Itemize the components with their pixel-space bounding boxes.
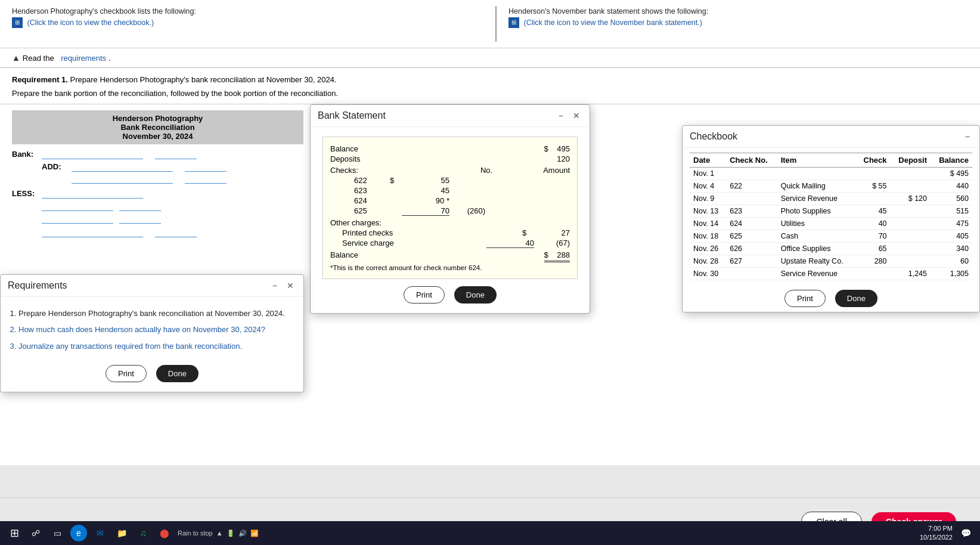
add-amount-2[interactable] [185,174,227,184]
add-label: ADD: [42,162,72,171]
cell-balance: 405 [931,230,972,243]
requirements-minimize-button[interactable]: − [270,280,280,292]
cell-check: 45 [856,205,891,218]
add-input-2[interactable] [72,174,173,184]
less-amount-2[interactable] [119,201,161,211]
cell-item: Quick Mailing [777,180,856,193]
bs-footnote: *This is the correct amount for check nu… [330,264,570,271]
cell-item: Service Revenue [777,193,856,205]
cell-deposit: 1,245 [891,268,931,280]
cell-balance: 560 [931,193,972,205]
cell-deposit [891,255,931,268]
checkbook-modal: Checkbook − Date Check No. Item Check De… [682,125,980,312]
bs-service-total: (67) [534,239,570,248]
bank-recon-date: November 30, 2024 [15,132,300,141]
taskbar-time-value: 7:00 PM [920,524,953,533]
checkbook-row: Nov. 26 626 Office Supplies 65 340 [690,243,972,255]
taskbar-taskview-icon[interactable]: ▭ [49,525,66,541]
right-bank-text: Henderson's November bank statement show… [508,7,708,16]
taskbar-clock: 7:00 PM 10/15/2022 [920,524,953,543]
checkbook-done-button[interactable]: Done [835,290,877,307]
taskbar-battery-icon: 🔋 [227,529,235,537]
cell-check: 65 [856,243,891,255]
taskbar-explorer-icon[interactable]: 📁 [113,525,130,541]
bank-statement-icon[interactable]: ⊞ [508,17,519,28]
cell-checkno: 623 [726,205,777,218]
cell-deposit [891,205,931,218]
cell-item: Upstate Realty Co. [777,255,856,268]
cell-balance: $ 495 [931,168,972,180]
col-date: Date [690,153,726,168]
cell-check: 40 [856,218,891,230]
bs-check-623-amt: 45 [402,186,449,195]
checkbook-print-button[interactable]: Print [784,290,826,307]
bank-recon-title: Henderson Photography [15,114,300,123]
requirements-link[interactable]: requirements [61,54,106,63]
less-total-input[interactable] [42,227,143,237]
req-item-1: Prepare Henderson Photography's bank rec… [18,306,291,320]
bs-balance-value: $ 495 [544,144,570,153]
add-input-1[interactable] [72,162,173,172]
bank-statement-close-button[interactable]: ✕ [570,110,582,122]
checkbook-minimize-button[interactable]: − [963,131,972,143]
cell-checkno [726,193,777,205]
bs-end-balance-label: Balance [330,250,358,259]
less-input-2[interactable] [42,201,113,211]
bs-check-622-no: 622 [354,176,390,185]
bs-service-label: Service charge [342,239,486,248]
cell-balance: 475 [931,218,972,230]
less-amount-3[interactable] [119,213,161,224]
bs-balance-label: Balance [330,144,358,153]
checkbook-icon[interactable]: ⊞ [12,17,23,28]
requirements-done-button[interactable]: Done [156,365,199,382]
less-total-amount[interactable] [155,227,197,237]
bs-end-balance-value: $ 288 [544,250,570,259]
checkbook-modal-title: Checkbook [690,131,737,142]
cell-deposit [891,168,931,180]
requirements-titlebar: Requirements − ✕ [1,275,303,297]
bank-statement-minimize-button[interactable]: − [556,110,566,122]
checkbook-row: Nov. 30 Service Revenue 1,245 1,305 [690,268,972,280]
less-input-1[interactable] [42,188,143,199]
bs-service-amt: 40 [486,239,534,248]
taskbar-date-value: 10/15/2022 [920,533,953,542]
bs-check-623-no: 623 [354,186,390,195]
bank-statement-print-button[interactable]: Print [404,286,445,304]
bs-col-amount: Amount [510,166,570,175]
requirements-close-button[interactable]: ✕ [284,280,296,292]
cell-balance: 60 [931,255,972,268]
less-input-3[interactable] [42,213,113,224]
cell-balance: 515 [931,205,972,218]
taskbar-chrome-icon[interactable]: ⬤ [156,525,173,541]
bank-statement-done-button[interactable]: Done [454,286,497,304]
bank-statement-footer: Print Done [322,286,578,304]
bank-amount-1[interactable] [155,149,197,159]
bank-input-1[interactable] [42,149,143,159]
taskbar-mail-icon[interactable]: ✉ [92,525,108,541]
taskbar-volume-icon: 🔊 [238,529,247,537]
taskbar-windows-icon[interactable]: ⊞ [6,525,23,541]
cell-balance: 340 [931,243,972,255]
bank-recon-header: Henderson Photography Bank Reconciliatio… [12,110,303,144]
taskbar-search-icon[interactable]: ☍ [27,525,44,541]
bs-printed-amt: 27 [534,228,570,237]
bank-recon-subtitle: Bank Reconciliation [15,123,300,132]
taskbar-spotify-icon[interactable]: ♫ [135,525,151,541]
col-item: Item [777,153,856,168]
collapse-button[interactable]: ▲ [12,53,20,63]
taskbar-edge-icon[interactable]: e [70,525,87,541]
checkbook-row: Nov. 14 624 Utilities 40 475 [690,218,972,230]
cell-check [856,168,891,180]
cell-date: Nov. 26 [690,243,726,255]
bs-checks-label: Checks: [330,166,463,175]
add-amount-1[interactable] [185,162,227,172]
bank-statement-link[interactable]: (Click the icon to view the November ban… [523,18,702,27]
requirements-print-button[interactable]: Print [106,365,147,382]
taskbar-weather: Rain to stop [178,529,213,537]
cell-checkno: 625 [726,230,777,243]
bs-check-625-no: 625 [354,206,390,216]
checkbook-link[interactable]: (Click the icon to view the checkbook.) [27,18,154,27]
taskbar-notification-icon[interactable]: 💬 [957,525,974,541]
left-checkbook-text: Henderson Photography's checkbook lists … [12,7,196,16]
bs-check-624-amt: 90 * [402,196,449,205]
